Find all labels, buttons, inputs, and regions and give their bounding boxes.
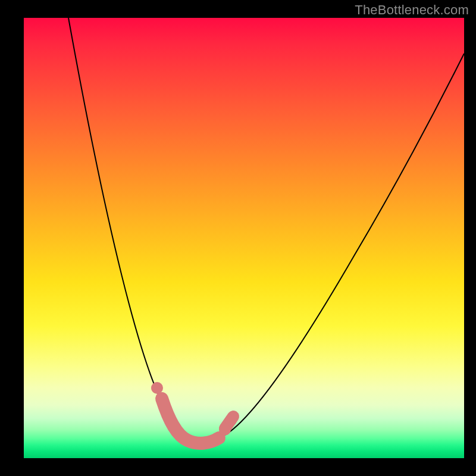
plot-area: [24, 18, 464, 458]
marker-dot: [225, 414, 237, 426]
watermark-text: TheBottleneck.com: [355, 2, 469, 18]
chart-svg: [24, 18, 464, 458]
marker-dot: [151, 382, 163, 394]
marker-layer: [151, 382, 237, 443]
marker-segment: [162, 399, 219, 443]
curve-layer: [68, 18, 464, 442]
chart-frame: TheBottleneck.com: [0, 0, 476, 476]
bottleneck-curve: [68, 18, 464, 442]
